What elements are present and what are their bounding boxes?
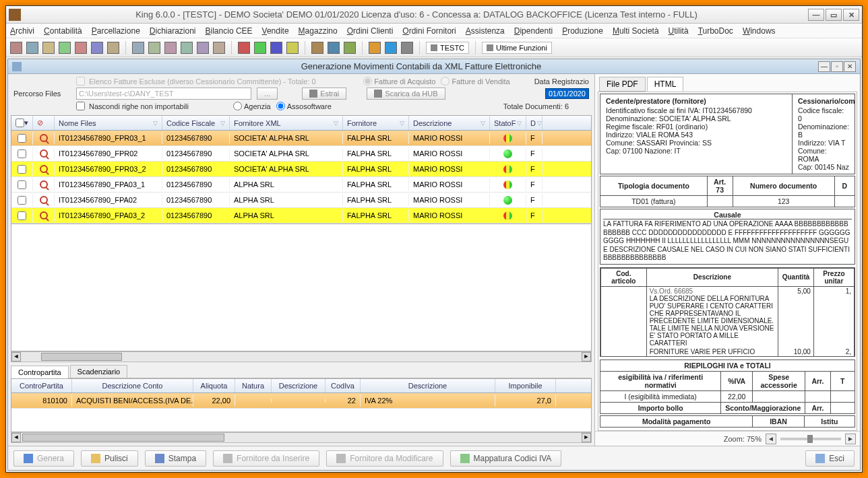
tool-icon[interactable]: [369, 42, 381, 54]
col-header[interactable]: Fornitore▽: [343, 116, 409, 130]
minimize-button[interactable]: —: [808, 9, 824, 21]
testc-button[interactable]: TESTC: [426, 42, 469, 54]
table-row[interactable]: IT01234567890_FPR03_101234567890SOCIETA'…: [11, 131, 591, 146]
app-icon: [9, 9, 21, 21]
detail-grid[interactable]: ControPartitaDescrizione ContoAliquotaNa…: [11, 378, 592, 432]
col-header[interactable]: Fornitore XML▽: [230, 116, 343, 130]
close-button[interactable]: ✕: [843, 9, 859, 21]
zoom-slider[interactable]: [780, 438, 841, 440]
sub-close-button[interactable]: ✕: [844, 61, 856, 72]
percorso-input[interactable]: [76, 88, 251, 100]
tool-icon[interactable]: [91, 42, 103, 54]
tool-icon[interactable]: [132, 42, 144, 54]
col-header[interactable]: ⊘: [33, 116, 55, 130]
menubar: ArchiviContabilitàParcellazioneDichiaraz…: [6, 24, 862, 38]
tool-icon[interactable]: [42, 42, 55, 54]
col-header[interactable]: Nome Files▽: [55, 116, 162, 130]
estrai-button[interactable]: Estrai: [302, 88, 346, 100]
col-header[interactable]: Imponibile: [495, 379, 556, 392]
col-header[interactable]: Natura: [235, 379, 272, 392]
menu-turbodoc[interactable]: TurboDoc: [698, 26, 733, 36]
agenzia-radio[interactable]: Agenzia: [233, 102, 271, 110]
sub-restore-button[interactable]: ▫: [831, 61, 843, 72]
tab-html[interactable]: HTML: [647, 77, 684, 92]
browse-button[interactable]: ...: [257, 88, 278, 100]
menu-ordini fornitori[interactable]: Ordini Fornitori: [402, 26, 456, 36]
col-header[interactable]: Codice Fiscale▽: [162, 116, 230, 130]
esci-button[interactable]: Esci: [805, 450, 855, 467]
table-row[interactable]: IT01234567890_FPA03_101234567890ALPHA SR…: [11, 177, 591, 193]
menu-ordini clienti[interactable]: Ordini Clienti: [347, 26, 394, 36]
tool-icon[interactable]: [328, 42, 340, 54]
mappatura-iva-button[interactable]: Mappatura Codici IVA: [450, 450, 562, 467]
col-header[interactable]: Descrizione: [272, 379, 326, 392]
stampa-button[interactable]: Stampa: [145, 450, 206, 467]
col-header[interactable]: ControPartita: [11, 379, 72, 392]
tool-icon[interactable]: [254, 42, 266, 54]
pulisci-button[interactable]: Pulisci: [81, 450, 138, 467]
tool-icon[interactable]: [385, 42, 397, 54]
menu-magazzino[interactable]: Magazzino: [299, 26, 338, 36]
tab-scadenziario[interactable]: Scadenziario: [70, 365, 128, 378]
date-field[interactable]: 01/01/2020: [545, 88, 589, 99]
invoice-grid[interactable]: ▾⊘Nome Files▽Codice Fiscale▽Fornitore XM…: [11, 115, 592, 224]
menu-dichiarazioni[interactable]: Dichiarazioni: [150, 26, 196, 36]
tool-icon[interactable]: [59, 42, 71, 54]
col-header[interactable]: CodIva: [326, 379, 361, 392]
tab-file-pdf[interactable]: File PDF: [599, 77, 646, 92]
menu-bilancio cee[interactable]: Bilancio CEE: [206, 26, 253, 36]
tool-icon[interactable]: [311, 42, 323, 54]
restore-button[interactable]: ▭: [826, 9, 842, 21]
col-header[interactable]: Descrizione Conto: [72, 379, 193, 392]
tool-icon[interactable]: [10, 42, 22, 54]
tool-icon[interactable]: [26, 42, 38, 54]
tool-icon[interactable]: [107, 42, 119, 54]
tool-icon[interactable]: [401, 42, 413, 54]
fatture-vendita-radio: Fatture di Vendita: [441, 77, 509, 86]
col-header[interactable]: Descrizione▽: [409, 116, 490, 130]
table-row[interactable]: IT01234567890_FPA03_201234567890ALPHA SR…: [11, 208, 591, 224]
menu-vendite[interactable]: Vendite: [262, 26, 289, 36]
col-header[interactable]: StatoF▽: [490, 116, 526, 130]
table-row[interactable]: IT01234567890_FPR0201234567890SOCIETA' A…: [11, 146, 591, 162]
menu-assistenza[interactable]: Assistenza: [466, 26, 505, 36]
col-header[interactable]: Aliquota: [193, 379, 235, 392]
genera-button[interactable]: Genera: [13, 450, 74, 467]
fornitore-modificare-button[interactable]: Fornitore da Modificare: [326, 450, 443, 467]
col-header[interactable]: ▾: [11, 116, 33, 130]
menu-contabilità[interactable]: Contabilità: [44, 26, 82, 36]
assosoftware-radio[interactable]: Assosoftware: [276, 102, 332, 110]
grid-hscroll[interactable]: ◄►: [11, 351, 592, 362]
menu-dipendenti[interactable]: Dipendenti: [514, 26, 553, 36]
menu-produzione[interactable]: Produzione: [562, 26, 603, 36]
tool-icon[interactable]: [270, 42, 282, 54]
menu-multi società[interactable]: Multi Società: [613, 26, 659, 36]
menu-archivi[interactable]: Archivi: [10, 26, 34, 36]
tool-icon[interactable]: [75, 42, 87, 54]
table-row[interactable]: IT01234567890_FPR03_201234567890SOCIETA'…: [11, 162, 591, 177]
detail-hscroll[interactable]: ◄►: [11, 432, 592, 443]
tool-icon[interactable]: [181, 42, 193, 54]
nascondi-checkbox[interactable]: Nascondi righe non importabili: [76, 102, 189, 110]
tool-icon[interactable]: [197, 42, 209, 54]
zoom-in-button[interactable]: ►: [845, 434, 856, 444]
tool-icon[interactable]: [344, 42, 356, 54]
scarica-hub-button[interactable]: Scarica da HUB: [367, 88, 445, 100]
tool-icon[interactable]: [213, 42, 225, 54]
tool-icon[interactable]: [286, 42, 299, 54]
table-row[interactable]: IT01234567890_FPA0201234567890ALPHA SRLF…: [11, 193, 591, 208]
tab-contropartita[interactable]: Contropartita: [11, 366, 69, 378]
col-header[interactable]: D▽: [526, 116, 542, 130]
col-header[interactable]: Descrizione: [361, 379, 495, 392]
menu-utilità[interactable]: Utilità: [669, 26, 689, 36]
fornitore-inserire-button[interactable]: Fornitore da Inserire: [213, 450, 319, 467]
tool-icon[interactable]: [148, 42, 160, 54]
menu-parcellazione[interactable]: Parcellazione: [92, 26, 140, 36]
ultime-funzioni-button[interactable]: Ultime Funzioni: [482, 42, 552, 54]
zoom-out-button[interactable]: ◄: [766, 434, 776, 444]
tool-icon[interactable]: [164, 42, 177, 54]
sub-minimize-button[interactable]: —: [818, 61, 830, 72]
menu-windows[interactable]: Windows: [743, 26, 776, 36]
subwindow-icon: [12, 62, 22, 71]
tool-icon[interactable]: [238, 42, 250, 54]
